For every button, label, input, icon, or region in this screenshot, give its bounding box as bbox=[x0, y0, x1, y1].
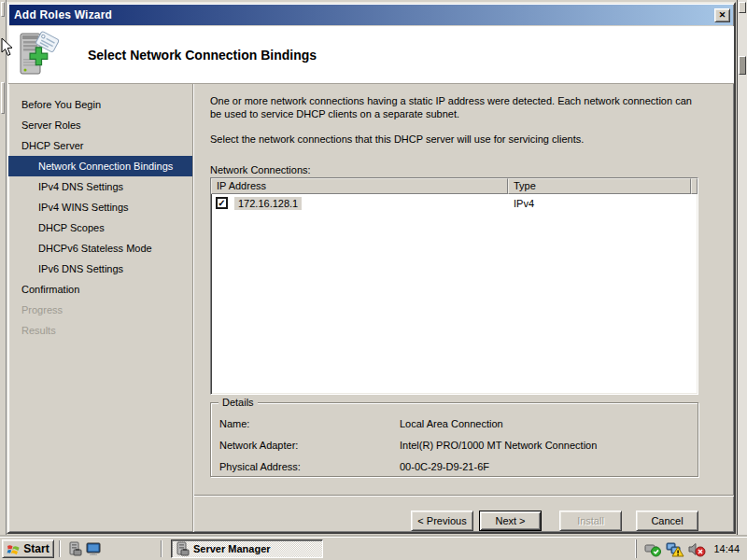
wizard-header: Select Network Connection Bindings bbox=[8, 26, 734, 84]
detail-label: Name: bbox=[219, 418, 400, 429]
background-window-left-edge bbox=[0, 0, 7, 537]
taskbar-button-label: Server Manager bbox=[193, 543, 271, 554]
sidebar-item-network-connection-bindings[interactable]: Network Connection Bindings bbox=[8, 156, 192, 176]
background-window-border-nub bbox=[1, 2, 5, 17]
add-roles-wizard-dialog: Add Roles Wizard ✕ Select Network Connec… bbox=[7, 2, 736, 534]
intro-paragraph-2: Select the network connections that this… bbox=[210, 133, 698, 146]
taskbar-button-server-manager[interactable]: Server Manager bbox=[171, 539, 323, 558]
taskbar-separator bbox=[161, 540, 162, 557]
column-header-filler bbox=[691, 178, 698, 194]
details-groupbox: Details Name: Local Area Connection Netw… bbox=[210, 402, 698, 477]
volume-muted-icon[interactable] bbox=[688, 541, 706, 557]
windows-logo-icon bbox=[7, 543, 21, 555]
sidebar-item-ipv4-wins-settings[interactable]: IPv4 WINS Settings bbox=[8, 197, 192, 217]
sidebar-item-progress: Progress bbox=[8, 300, 192, 320]
ip-address-value[interactable]: 172.16.128.1 bbox=[234, 197, 302, 210]
system-tray: 14:44 bbox=[636, 539, 745, 558]
sidebar-item-before-you-begin[interactable]: Before You Begin bbox=[8, 94, 192, 115]
scrollbar-up-button[interactable] bbox=[739, 2, 746, 13]
detail-value: 00-0C-29-D9-21-6F bbox=[400, 461, 489, 472]
sidebar-item-results: Results bbox=[8, 320, 192, 341]
taskbar-clock: 14:44 bbox=[713, 543, 740, 554]
details-legend: Details bbox=[218, 397, 258, 408]
add-role-server-icon bbox=[17, 31, 60, 79]
detail-value: Local Area Connection bbox=[400, 418, 503, 429]
network-connections-listview[interactable]: IP Address Type ✓ 172.16.128.1 IPv4 bbox=[210, 177, 698, 395]
wizard-buttons: < Previous Next > Install Cancel bbox=[210, 511, 698, 531]
background-window-scrollbar[interactable] bbox=[737, 0, 747, 537]
taskbar-separator bbox=[59, 540, 61, 557]
dialog-titlebar: Add Roles Wizard ✕ bbox=[9, 5, 733, 25]
type-cell: IPv4 bbox=[508, 198, 691, 209]
wizard-page-content: One or more network connections having a… bbox=[194, 84, 734, 532]
wizard-steps-sidebar: Before You Begin Server Roles DHCP Serve… bbox=[8, 84, 192, 532]
close-icon[interactable]: ✕ bbox=[714, 8, 730, 22]
desktop: { "window": { "title": "Add Roles Wizard… bbox=[0, 0, 747, 560]
previous-button[interactable]: < Previous bbox=[411, 511, 473, 531]
column-header-ip-address[interactable]: IP Address bbox=[211, 178, 508, 194]
sidebar-item-server-roles[interactable]: Server Roles bbox=[8, 115, 192, 135]
table-row[interactable]: ✓ 172.16.128.1 IPv4 bbox=[211, 194, 698, 212]
start-button[interactable]: Start bbox=[2, 539, 54, 558]
mouse-cursor bbox=[1, 37, 13, 57]
next-button[interactable]: Next > bbox=[479, 511, 542, 531]
detail-row-name: Name: Local Area Connection bbox=[211, 413, 698, 434]
show-desktop-icon[interactable] bbox=[85, 540, 102, 557]
sidebar-item-dhcp-server[interactable]: DHCP Server bbox=[8, 135, 192, 156]
connection-checkbox[interactable]: ✓ bbox=[216, 197, 228, 209]
sidebar-item-dhcpv6-stateless-mode[interactable]: DHCPv6 Stateless Mode bbox=[8, 238, 192, 259]
network-connections-label: Network Connections: bbox=[210, 164, 698, 175]
listview-header: IP Address Type bbox=[211, 178, 698, 194]
button-separator bbox=[194, 495, 734, 497]
detail-row-physical-address: Physical Address: 00-0C-29-D9-21-6F bbox=[211, 455, 698, 477]
background-window-border-nub bbox=[1, 82, 5, 114]
sidebar-item-ipv4-dns-settings[interactable]: IPv4 DNS Settings bbox=[8, 176, 192, 197]
dialog-title: Add Roles Wizard bbox=[14, 8, 112, 21]
intro-paragraph-1: One or more network connections having a… bbox=[210, 94, 698, 120]
scrollbar-thumb[interactable] bbox=[739, 56, 746, 75]
sidebar-item-confirmation[interactable]: Confirmation bbox=[8, 279, 192, 300]
detail-label: Physical Address: bbox=[219, 461, 400, 472]
detail-row-network-adapter: Network Adapter: Intel(R) PRO/1000 MT Ne… bbox=[211, 434, 698, 455]
start-button-label: Start bbox=[23, 542, 49, 555]
safely-remove-hardware-icon[interactable] bbox=[644, 541, 662, 557]
sidebar-item-dhcp-scopes[interactable]: DHCP Scopes bbox=[8, 217, 192, 238]
install-button: Install bbox=[559, 511, 622, 531]
cancel-button[interactable]: Cancel bbox=[636, 511, 698, 531]
server-manager-icon bbox=[176, 541, 190, 556]
detail-label: Network Adapter: bbox=[219, 440, 400, 451]
column-header-type[interactable]: Type bbox=[508, 178, 691, 194]
network-status-icon[interactable] bbox=[666, 541, 684, 557]
server-manager-quicklaunch-icon[interactable] bbox=[66, 540, 83, 557]
page-title: Select Network Connection Bindings bbox=[88, 48, 317, 63]
ip-address-cell: ✓ 172.16.128.1 bbox=[211, 197, 508, 210]
taskbar: Start Server Manager bbox=[0, 537, 747, 560]
sidebar-item-ipv6-dns-settings[interactable]: IPv6 DNS Settings bbox=[8, 259, 192, 279]
detail-value: Intel(R) PRO/1000 MT Network Connection bbox=[400, 440, 597, 451]
